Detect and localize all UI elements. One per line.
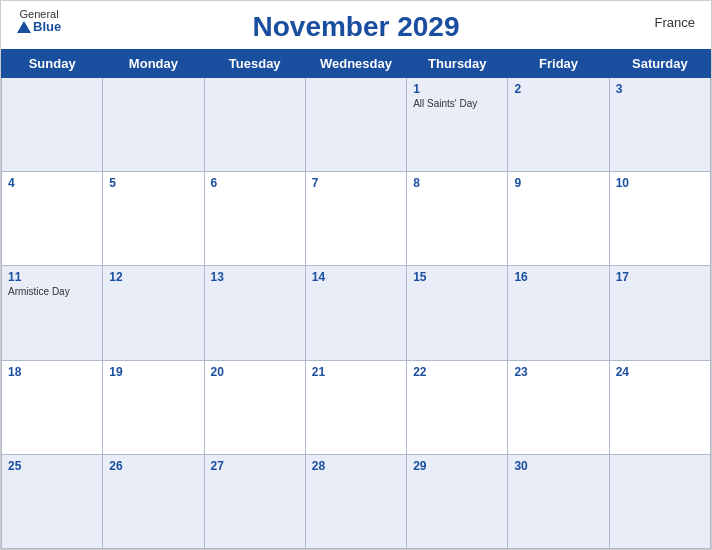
calendar-day-cell: 2 — [508, 78, 609, 172]
logo-blue-text: Blue — [17, 20, 61, 33]
calendar-day-cell: 10 — [609, 172, 710, 266]
weekday-header-row: Sunday Monday Tuesday Wednesday Thursday… — [2, 50, 711, 78]
calendar-day-cell: 17 — [609, 266, 710, 360]
logo: General Blue — [17, 9, 61, 33]
day-number: 6 — [211, 176, 299, 190]
day-number: 9 — [514, 176, 602, 190]
calendar-day-cell: 3 — [609, 78, 710, 172]
day-number: 18 — [8, 365, 96, 379]
logo-triangle-icon — [17, 21, 31, 33]
day-number: 15 — [413, 270, 501, 284]
calendar-day-cell: 9 — [508, 172, 609, 266]
calendar-day-cell: 24 — [609, 360, 710, 454]
day-number: 1 — [413, 82, 501, 96]
calendar-day-cell: 29 — [407, 454, 508, 548]
calendar-table: Sunday Monday Tuesday Wednesday Thursday… — [1, 49, 711, 549]
day-number: 26 — [109, 459, 197, 473]
calendar-week-row: 45678910 — [2, 172, 711, 266]
day-number: 13 — [211, 270, 299, 284]
day-number: 16 — [514, 270, 602, 284]
calendar-week-row: 18192021222324 — [2, 360, 711, 454]
calendar-day-cell: 23 — [508, 360, 609, 454]
calendar-day-cell: 28 — [305, 454, 406, 548]
day-number: 29 — [413, 459, 501, 473]
calendar-day-cell: 30 — [508, 454, 609, 548]
day-number: 22 — [413, 365, 501, 379]
calendar-day-cell: 8 — [407, 172, 508, 266]
day-number: 28 — [312, 459, 400, 473]
day-number: 20 — [211, 365, 299, 379]
calendar-day-cell: 15 — [407, 266, 508, 360]
calendar-day-cell: 19 — [103, 360, 204, 454]
day-number: 24 — [616, 365, 704, 379]
day-number: 3 — [616, 82, 704, 96]
calendar-day-cell — [305, 78, 406, 172]
holiday-label: All Saints' Day — [413, 98, 501, 109]
calendar-day-cell: 25 — [2, 454, 103, 548]
calendar-day-cell: 27 — [204, 454, 305, 548]
calendar-day-cell: 26 — [103, 454, 204, 548]
header-tuesday: Tuesday — [204, 50, 305, 78]
day-number: 2 — [514, 82, 602, 96]
calendar-day-cell — [2, 78, 103, 172]
holiday-label: Armistice Day — [8, 286, 96, 297]
header-saturday: Saturday — [609, 50, 710, 78]
calendar-week-row: 252627282930 — [2, 454, 711, 548]
header-sunday: Sunday — [2, 50, 103, 78]
calendar-day-cell: 22 — [407, 360, 508, 454]
calendar-day-cell: 21 — [305, 360, 406, 454]
header-friday: Friday — [508, 50, 609, 78]
calendar-header: General Blue November 2029 France — [1, 1, 711, 49]
day-number: 4 — [8, 176, 96, 190]
day-number: 30 — [514, 459, 602, 473]
day-number: 17 — [616, 270, 704, 284]
header-monday: Monday — [103, 50, 204, 78]
day-number: 19 — [109, 365, 197, 379]
day-number: 21 — [312, 365, 400, 379]
day-number: 11 — [8, 270, 96, 284]
day-number: 10 — [616, 176, 704, 190]
day-number: 23 — [514, 365, 602, 379]
day-number: 7 — [312, 176, 400, 190]
day-number: 27 — [211, 459, 299, 473]
day-number: 5 — [109, 176, 197, 190]
calendar-day-cell: 20 — [204, 360, 305, 454]
calendar-day-cell — [204, 78, 305, 172]
calendar-day-cell: 14 — [305, 266, 406, 360]
day-number: 12 — [109, 270, 197, 284]
country-label: France — [655, 15, 695, 30]
day-number: 14 — [312, 270, 400, 284]
calendar-day-cell — [609, 454, 710, 548]
header-wednesday: Wednesday — [305, 50, 406, 78]
calendar-day-cell: 11Armistice Day — [2, 266, 103, 360]
calendar-week-row: 11Armistice Day121314151617 — [2, 266, 711, 360]
calendar-day-cell: 12 — [103, 266, 204, 360]
calendar-week-row: 1All Saints' Day23 — [2, 78, 711, 172]
day-number: 25 — [8, 459, 96, 473]
calendar-day-cell: 6 — [204, 172, 305, 266]
calendar-day-cell: 13 — [204, 266, 305, 360]
calendar-day-cell — [103, 78, 204, 172]
calendar-day-cell: 5 — [103, 172, 204, 266]
calendar-day-cell: 18 — [2, 360, 103, 454]
calendar-day-cell: 16 — [508, 266, 609, 360]
calendar-day-cell: 1All Saints' Day — [407, 78, 508, 172]
month-title: November 2029 — [252, 11, 459, 43]
day-number: 8 — [413, 176, 501, 190]
calendar-day-cell: 7 — [305, 172, 406, 266]
calendar-container: General Blue November 2029 France Sunday… — [0, 0, 712, 550]
header-thursday: Thursday — [407, 50, 508, 78]
calendar-day-cell: 4 — [2, 172, 103, 266]
